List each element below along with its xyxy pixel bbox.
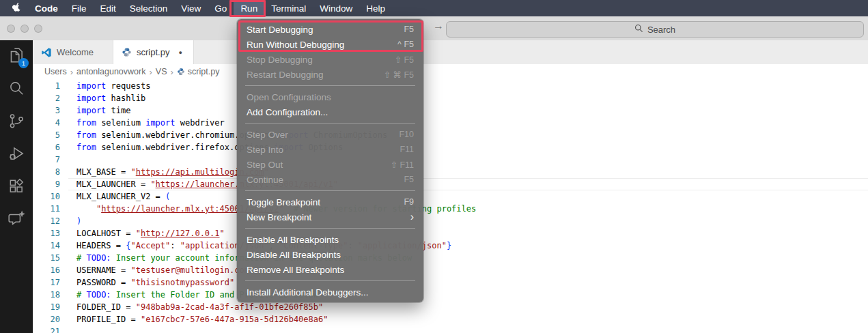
source-control-icon [8,112,25,132]
apple-menu[interactable] [5,0,28,16]
menu-item-add-configuration[interactable]: Add Configuration... [237,104,423,119]
vscode-window: CodeFileEditSelectionViewGoRunTerminalWi… [0,0,868,333]
code-line[interactable]: 11 "https://launcher.mlx.yt:45001/api/v2… [33,203,868,215]
modified-indicator[interactable]: ● [178,49,182,56]
menu-item-shortcut: ⇧ ⌘ F5 [383,70,414,80]
code-text: USERNAME = "testuser@multilogin.com" [76,264,254,276]
line-number[interactable]: 17 [33,276,60,289]
menubar-item-selection[interactable]: Selection [123,0,175,16]
code-line[interactable]: 13LOCALHOST = "http://127.0.0.1" [33,227,868,240]
menu-item-start-debugging[interactable]: Start DebuggingF5 [237,22,423,37]
code-line[interactable]: 15# TODO: Insert your account informatio… [33,252,868,264]
chevron-right-icon: › [70,67,73,77]
menu-item-shortcut: ⇧ F5 [394,55,414,65]
line-number[interactable]: 20 [33,313,60,325]
menubar-item-edit[interactable]: Edit [94,0,123,16]
menubar-item-go[interactable]: Go [208,0,234,16]
line-number[interactable]: 13 [33,227,60,240]
menu-item-remove-all-breakpoints[interactable]: Remove All Breakpoints [237,262,423,277]
menubar-item-help[interactable]: Help [359,0,392,16]
vscode-icon [41,47,52,58]
line-number[interactable]: 19 [33,301,60,313]
breadcrumb-segment[interactable]: VS [156,67,167,76]
line-number[interactable]: 18 [33,289,60,301]
line-number[interactable]: 12 [33,215,60,227]
code-line[interactable]: 8MLX_BASE = "https://api.multilogin.com" [33,166,868,178]
code-line[interactable]: 17PASSWORD = "thisisnotmypassword" [33,276,868,289]
menubar-item-file[interactable]: File [65,0,94,16]
code-line[interactable]: 2import hashlib [33,92,868,104]
menu-item-label: Disable All Breakpoints [247,250,414,260]
line-number[interactable]: 5 [33,129,60,141]
code-line[interactable]: 19FOLDER_ID = "948bab9a-2cad-4a3f-af1f-0… [33,301,868,313]
code-line[interactable]: 4from selenium import webdriver [33,117,868,129]
activity-run-and-debug-button[interactable] [0,139,33,171]
activity-chat-button[interactable] [0,204,33,237]
close-button[interactable] [7,25,15,33]
line-number[interactable]: 21 [33,325,60,333]
menu-item-install-additional-debuggers[interactable]: Install Additional Debuggers... [237,285,423,300]
tab-welcome[interactable]: Welcome [33,40,113,64]
zoom-button[interactable] [34,25,42,33]
code-line[interactable]: 7 [33,154,868,166]
menu-item-label: Start Debugging [247,25,404,35]
menu-item-shortcut: F5 [404,175,414,184]
menu-item-label: Enable All Breakpoints [247,235,414,245]
menu-item-label: Run Without Debugging [247,40,397,50]
menubar-item-code[interactable]: Code [28,0,65,16]
forward-button[interactable]: → [433,20,444,32]
activity-explorer-button[interactable]: 1 [0,40,33,73]
menu-item-toggle-breakpoint[interactable]: Toggle BreakpointF9 [237,194,423,209]
activity-search-button[interactable] [0,73,33,106]
menu-item-run-without-debugging[interactable]: Run Without Debugging^ F5 [237,37,423,52]
code-editor[interactable]: 1import requests2import hashlib3import t… [33,79,868,333]
line-number[interactable]: 7 [33,154,60,166]
code-line[interactable]: 6from selenium.webdriver.firefox.options… [33,141,868,154]
line-number[interactable]: 1 [33,80,60,92]
line-number[interactable]: 8 [33,166,60,178]
code-line[interactable]: 3import time [33,104,868,117]
menubar-item-window[interactable]: Window [313,0,359,16]
breadcrumb-file[interactable]: script.py [177,67,220,76]
code-line[interactable]: 1import requests [33,80,868,92]
code-line[interactable]: 5from selenium.webdriver.chromium.option… [33,129,868,141]
menubar-item-view[interactable]: View [174,0,208,16]
activity-extensions-button[interactable] [0,171,33,204]
code-line[interactable]: 21 [33,325,868,333]
menu-item-shortcut: ^ F5 [397,40,414,49]
menubar-item-run[interactable]: Run [234,0,264,16]
line-number[interactable]: 14 [33,240,60,252]
breadcrumb-segment[interactable]: Users [44,67,67,76]
tab-script-py[interactable]: script.py● [113,40,194,64]
code-line[interactable]: 16USERNAME = "testuser@multilogin.com" [33,264,868,276]
line-number[interactable]: 9 [33,178,60,190]
breadcrumb-segment[interactable]: antonlagunovwork [76,67,145,76]
menu-item-disable-all-breakpoints[interactable]: Disable All Breakpoints [237,247,423,262]
line-number[interactable]: 11 [33,203,60,215]
menu-item-enable-all-breakpoints[interactable]: Enable All Breakpoints [237,232,423,247]
line-number[interactable]: 3 [33,104,60,117]
code-line[interactable]: 9MLX_LAUNCHER = "https://launcher.mlx.yt… [33,178,868,190]
line-number[interactable]: 15 [33,252,60,264]
breadcrumb-file-label: script.py [188,67,220,76]
line-number[interactable]: 6 [33,141,60,154]
code-line[interactable]: 20PROFILE_ID = "e167cbc7-57e6-447a-915a-… [33,313,868,325]
menu-item-new-breakpoint[interactable]: New Breakpoint› [237,209,423,225]
code-text: import requests [76,80,150,92]
menubar-item-terminal[interactable]: Terminal [264,0,313,16]
code-line[interactable]: 12) [33,215,868,227]
command-center-search[interactable]: Search [446,21,864,38]
python-icon [177,68,185,76]
activity-source-control-button[interactable] [0,106,33,139]
code-line[interactable]: 10MLX_LAUNCHER_V2 = ( [33,190,868,203]
line-number[interactable]: 2 [33,92,60,104]
line-number[interactable]: 4 [33,117,60,129]
line-number[interactable]: 10 [33,190,60,203]
minimize-button[interactable] [20,25,29,33]
code-line[interactable]: 18# TODO: Insert the Folder ID and Profi… [33,289,868,301]
code-line[interactable]: 14HEADERS = {"Accept": "application/json… [33,240,868,252]
line-number[interactable]: 16 [33,264,60,276]
code-text: LOCALHOST = "http://127.0.0.1" [76,227,225,240]
menu-item-label: Step Into [247,145,400,155]
chevron-right-icon: › [149,67,152,77]
